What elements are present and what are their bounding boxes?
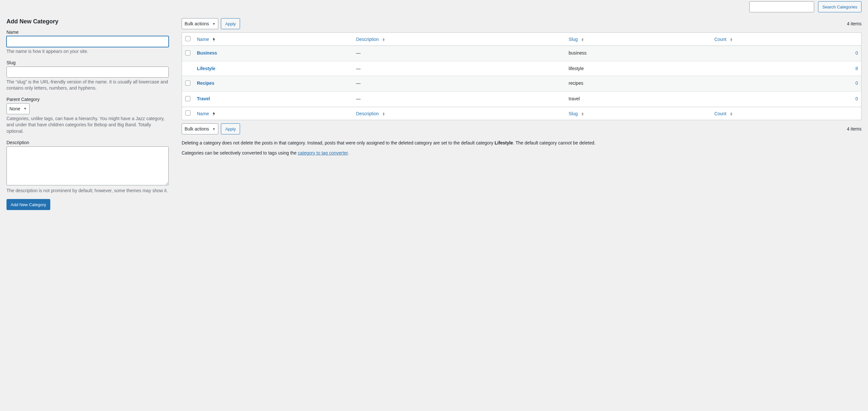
- parent-label: Parent Category: [6, 97, 169, 102]
- bulk-actions-value: Bulk actions: [185, 21, 209, 26]
- convert-category-note: Categories can be selectively converted …: [182, 150, 862, 156]
- column-slug-label: Slug: [568, 37, 578, 42]
- items-count-bottom: 4 items: [847, 126, 862, 131]
- category-name-link[interactable]: Business: [197, 50, 217, 56]
- bulk-actions-select-bottom[interactable]: Bulk actions ▼: [182, 123, 218, 135]
- column-description-footer[interactable]: Description ▲▼: [353, 107, 565, 120]
- column-slug-header[interactable]: Slug ▲▼: [565, 33, 711, 46]
- select-all-checkbox-top[interactable]: [185, 36, 190, 41]
- column-description-label: Description: [356, 37, 379, 42]
- category-name-link[interactable]: Travel: [197, 96, 210, 101]
- categories-table: Name ▲▼ Description ▲▼ Slug ▲▼ Count ▲▼: [182, 32, 862, 120]
- slug-help: The “slug” is the URL-friendly version o…: [6, 79, 169, 92]
- category-slug: lifestyle: [565, 61, 711, 76]
- sort-icon: ▲▼: [730, 112, 733, 116]
- category-slug: travel: [565, 92, 711, 107]
- slug-label: Slug: [6, 60, 169, 65]
- row-checkbox[interactable]: [185, 81, 190, 86]
- description-label: Description: [6, 140, 169, 145]
- column-name-label: Name: [197, 37, 209, 42]
- column-name-header[interactable]: Name ▲▼: [194, 33, 353, 46]
- category-count-link[interactable]: 0: [855, 81, 858, 86]
- parent-select[interactable]: None ▼: [6, 103, 30, 114]
- search-input[interactable]: [749, 1, 814, 12]
- apply-button-top[interactable]: Apply: [221, 18, 240, 29]
- category-slug: recipes: [565, 76, 711, 92]
- apply-button-bottom[interactable]: Apply: [221, 123, 240, 135]
- column-name-label: Name: [197, 111, 209, 116]
- category-description: —: [353, 46, 565, 61]
- column-description-label: Description: [356, 111, 379, 116]
- chevron-down-icon: ▼: [212, 127, 215, 131]
- column-name-footer[interactable]: Name ▲▼: [194, 107, 353, 120]
- search-categories-button[interactable]: Search Categories: [818, 1, 862, 12]
- name-input[interactable]: [6, 36, 169, 47]
- note-text: . The default category cannot be deleted…: [513, 140, 595, 145]
- parent-help: Categories, unlike tags, can have a hier…: [6, 116, 169, 135]
- note-text: Categories can be selectively converted …: [182, 150, 298, 155]
- chevron-down-icon: ▼: [23, 107, 27, 110]
- note-text: .: [348, 150, 349, 155]
- column-count-footer[interactable]: Count ▲▼: [711, 107, 861, 120]
- name-label: Name: [6, 30, 169, 35]
- sort-icon: ▲▼: [581, 38, 584, 41]
- category-name-link[interactable]: Recipes: [197, 81, 214, 86]
- sort-icon: ▲▼: [581, 112, 584, 116]
- table-row: Recipes—recipes0: [182, 76, 862, 92]
- bulk-actions-value: Bulk actions: [185, 126, 209, 131]
- sort-icon: ▲▼: [730, 38, 733, 41]
- category-name-link[interactable]: Lifestyle: [197, 66, 215, 71]
- slug-input[interactable]: [6, 66, 169, 78]
- row-checkbox[interactable]: [185, 96, 190, 101]
- category-to-tag-converter-link[interactable]: category to tag converter: [298, 150, 348, 155]
- category-description: —: [353, 92, 565, 107]
- table-row: Business—business0: [182, 46, 862, 61]
- description-help: The description is not prominent by defa…: [6, 188, 169, 194]
- category-count-link[interactable]: 8: [855, 66, 858, 71]
- column-count-label: Count: [714, 37, 726, 42]
- default-category-name: Lifestyle: [495, 140, 513, 145]
- note-text: Deleting a category does not delete the …: [182, 140, 495, 145]
- add-category-heading: Add New Category: [6, 18, 169, 25]
- table-row: Lifestyle—lifestyle8: [182, 61, 862, 76]
- row-checkbox[interactable]: [185, 50, 190, 56]
- column-count-header[interactable]: Count ▲▼: [711, 33, 861, 46]
- select-all-checkbox-bottom[interactable]: [185, 110, 190, 116]
- column-count-label: Count: [714, 111, 726, 116]
- parent-selected-value: None: [9, 106, 20, 111]
- add-category-button[interactable]: Add New Category: [6, 199, 50, 210]
- table-row: Travel—travel0: [182, 92, 862, 107]
- column-description-header[interactable]: Description ▲▼: [353, 33, 565, 46]
- bulk-actions-select-top[interactable]: Bulk actions ▼: [182, 18, 218, 29]
- delete-category-note: Deleting a category does not delete the …: [182, 140, 862, 146]
- category-description: —: [353, 76, 565, 92]
- sort-icon: ▲▼: [212, 112, 215, 116]
- name-help: The name is how it appears on your site.: [6, 48, 169, 55]
- sort-icon: ▲▼: [382, 38, 385, 41]
- items-count-top: 4 items: [847, 21, 862, 26]
- chevron-down-icon: ▼: [212, 22, 215, 26]
- category-count-link[interactable]: 0: [855, 50, 858, 56]
- category-slug: business: [565, 46, 711, 61]
- category-count-link[interactable]: 0: [855, 96, 858, 101]
- category-description: —: [353, 61, 565, 76]
- sort-icon: ▲▼: [212, 38, 215, 41]
- column-slug-label: Slug: [568, 111, 578, 116]
- sort-icon: ▲▼: [382, 112, 385, 116]
- column-slug-footer[interactable]: Slug ▲▼: [565, 107, 711, 120]
- description-input[interactable]: [6, 146, 169, 185]
